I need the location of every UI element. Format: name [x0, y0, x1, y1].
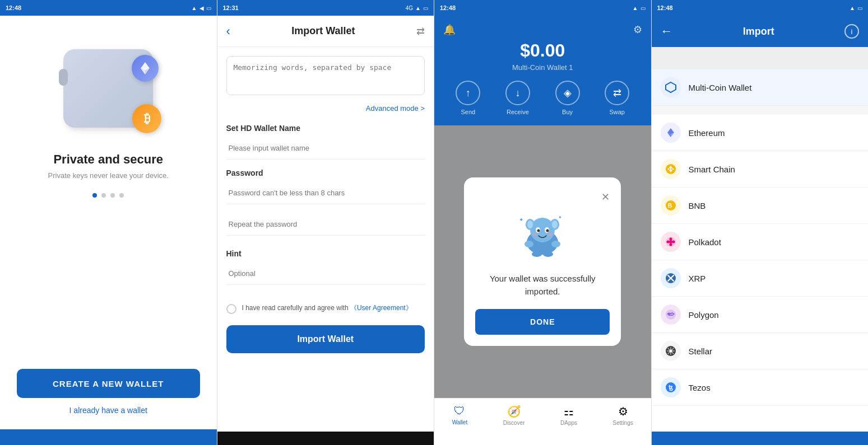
status-icons-3: ▲ ▭ [633, 5, 646, 11]
agreement-link[interactable]: 《User Agreement》 [350, 304, 412, 312]
agreement-row: I have read carefully and agree with 《Us… [226, 303, 425, 314]
header-row: 🔔 ⚙ [443, 24, 642, 36]
dapps-nav-icon: ⚏ [564, 405, 574, 418]
panel1-subtitle: Private keys never leave your device. [48, 171, 169, 180]
nav-settings[interactable]: ⚙ Settings [613, 405, 633, 426]
wifi-icon-3: ▲ [633, 5, 638, 11]
modal-close-button[interactable]: ✕ [601, 191, 610, 203]
hint-label: Hint [226, 249, 425, 258]
nav-dapps[interactable]: ⚏ DApps [560, 405, 577, 426]
svg-point-39 [666, 310, 676, 320]
chain-item-multicoin[interactable]: Multi-Coin Wallet [652, 69, 869, 106]
panel-wallet-dashboard: 12:48 ▲ ▭ 🔔 ⚙ $0.00 Multi-Coin Wallet 1 … [434, 0, 651, 445]
swap-icon: ⇄ [605, 81, 629, 105]
create-wallet-button[interactable]: CREATE A NEW WALLET [17, 369, 200, 398]
status-bar-3: 12:48 ▲ ▭ [434, 0, 651, 16]
polkadot-name: Polkadot [689, 237, 721, 247]
panel-import-wallet: 12:31 4G ▲ ▭ ‹ Import Wallet ⇄ Advanced … [217, 0, 434, 445]
mnemonic-input[interactable] [226, 56, 425, 95]
notification-button[interactable]: 🔔 [443, 24, 456, 36]
bnb-icon: B [661, 195, 681, 216]
signal-4g-icon: 4G [406, 5, 413, 11]
smartchain-name: Smart Chain [689, 165, 735, 174]
receive-label: Receive [507, 109, 529, 115]
bottom-bar-1 [0, 429, 217, 445]
multicoin-icon [661, 77, 681, 97]
status-time-1: 12:48 [6, 4, 21, 11]
send-button[interactable]: ↑ Send [456, 81, 480, 115]
svg-point-33 [669, 238, 672, 241]
advanced-mode-link[interactable]: Advanced mode > [226, 104, 425, 113]
svg-point-11 [537, 229, 540, 232]
back-button[interactable]: ‹ [226, 24, 230, 39]
password-input[interactable] [226, 182, 425, 204]
wallet-content: ✕ [434, 125, 651, 398]
nav-wallet[interactable]: 🛡 Wallet [452, 405, 467, 425]
wallet-knob [59, 69, 68, 86]
info-button[interactable]: i [844, 24, 859, 39]
svg-point-37 [669, 240, 672, 243]
import-back-button[interactable]: ← [661, 24, 673, 39]
discover-nav-label: Discover [503, 420, 525, 426]
chain-item-bnb[interactable]: B BNB [652, 188, 869, 224]
done-button[interactable]: DONE [475, 309, 610, 335]
smartchain-icon [661, 159, 681, 179]
already-have-wallet-link[interactable]: I already have a wallet [17, 406, 200, 420]
wallet-nav-label: Wallet [452, 419, 467, 425]
pagination-dots [92, 193, 124, 198]
chain-item-tezos[interactable]: ꜩ Tezos [652, 369, 869, 406]
wallet-illustration: ₿ [52, 38, 164, 139]
panel-create-wallet: 12:48 ▲ ◀ ▭ ₿ Private and secure Private… [0, 0, 217, 445]
buy-button[interactable]: ◈ Buy [555, 81, 580, 115]
settings-button[interactable]: ⚙ [633, 24, 642, 36]
password-label: Password [226, 168, 425, 177]
import-wallet-button[interactable]: Import Wallet [226, 325, 425, 353]
status-bar-2: 12:31 4G ▲ ▭ [217, 0, 434, 16]
chain-item-polygon[interactable]: Polygon [652, 297, 869, 333]
tezos-name: Tezos [689, 383, 711, 392]
svg-point-12 [546, 229, 549, 232]
dot-2 [101, 193, 106, 198]
wallet-nav-icon: 🛡 [454, 405, 465, 418]
panel1-title: Private and secure [53, 152, 163, 167]
agreement-checkbox[interactable] [226, 304, 236, 314]
chain-item-xrp[interactable]: XRP [652, 260, 869, 297]
chain-item-polkadot[interactable]: Polkadot [652, 224, 869, 260]
stellar-icon [661, 341, 681, 361]
agreement-text: I have read carefully and agree with 《Us… [242, 303, 412, 313]
receive-button[interactable]: ↓ Receive [505, 81, 530, 115]
btc-coin-icon: ₿ [132, 104, 161, 133]
status-bar-4: 12:48 ▲ ▭ [652, 0, 869, 16]
panel1-body: ₿ Private and secure Private keys never … [0, 16, 217, 429]
import-chain-header: ← Import i [652, 16, 869, 47]
svg-point-17 [532, 251, 542, 257]
svg-point-15 [524, 241, 533, 247]
repeat-password-input[interactable] [226, 213, 425, 236]
hint-section: Hint [226, 249, 425, 294]
hint-input[interactable] [226, 263, 425, 285]
wallet-name-input[interactable] [226, 137, 425, 160]
nav-discover[interactable]: 🧭 Discover [503, 405, 525, 426]
discover-nav-icon: 🧭 [507, 405, 521, 418]
success-mascot: ✦ ✦ · [514, 208, 570, 264]
status-time-4: 12:48 [657, 4, 673, 11]
bottom-bar-2 [217, 432, 434, 445]
dot-4 [119, 193, 124, 198]
swap-button[interactable]: ⇄ Swap [605, 81, 629, 115]
svg-point-14 [547, 233, 553, 236]
wallet-header: 🔔 ⚙ $0.00 Multi-Coin Wallet 1 ↑ Send ↓ R… [434, 16, 651, 125]
ethereum-icon [661, 123, 681, 143]
action-buttons: ↑ Send ↓ Receive ◈ Buy ⇄ Swap [443, 81, 642, 115]
xrp-icon [661, 268, 681, 288]
chain-item-ethereum[interactable]: Ethereum [652, 115, 869, 151]
svg-point-41 [669, 350, 672, 353]
battery-icon-4: ▭ [857, 5, 862, 11]
signal-icon: ◀ [199, 5, 204, 11]
multicoin-name: Multi-Coin Wallet [689, 83, 752, 92]
chain-item-stellar[interactable]: Stellar [652, 333, 869, 369]
dot-1 [92, 193, 97, 198]
import-chain-title: Import [743, 26, 774, 38]
svg-text:✦: ✦ [519, 217, 523, 223]
refresh-icon[interactable]: ⇄ [416, 25, 425, 38]
chain-item-smartchain[interactable]: Smart Chain [652, 151, 869, 188]
